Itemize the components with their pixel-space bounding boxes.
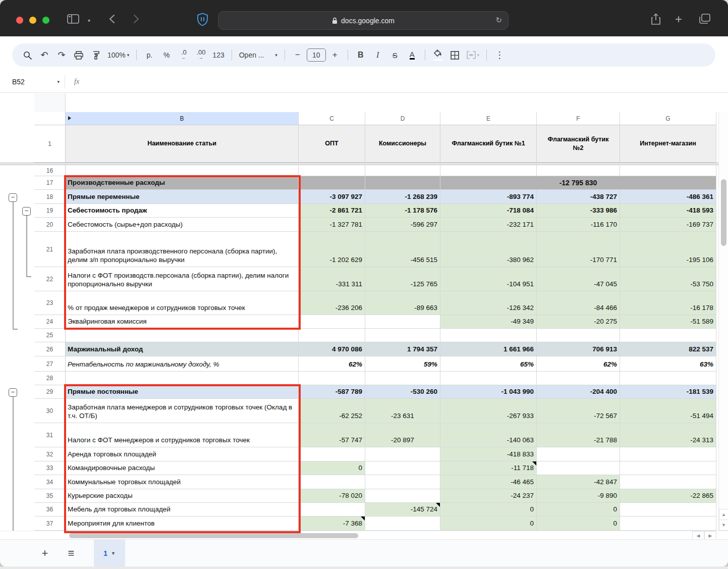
value-cell[interactable] [620, 503, 716, 516]
value-cell[interactable]: -126 342 [440, 291, 537, 315]
value-cell[interactable]: -1 268 239 [365, 190, 440, 204]
row-label-cell[interactable]: Маржинальный доход [66, 342, 299, 356]
share-button[interactable] [651, 13, 661, 25]
value-cell[interactable]: -24 313 [620, 423, 716, 447]
row-header-22[interactable]: 22 [34, 267, 66, 291]
column-header-B[interactable]: B [66, 112, 299, 125]
value-cell[interactable]: 1 661 966 [440, 342, 537, 356]
value-cell[interactable]: -718 084 [440, 204, 537, 218]
value-cell[interactable]: -418 833 [440, 447, 537, 461]
row-header-16[interactable]: 16 [34, 165, 66, 176]
value-cell[interactable]: -169 737 [620, 218, 716, 232]
row-header-30[interactable]: 30 [34, 399, 66, 423]
value-cell[interactable]: -51 494 [620, 399, 716, 423]
row-header-29[interactable]: 29 [34, 385, 66, 399]
undo-button[interactable]: ↶ [36, 47, 52, 63]
value-cell[interactable]: -380 962 [440, 232, 537, 267]
strikethrough-button[interactable]: S [387, 47, 403, 63]
value-cell[interactable] [365, 165, 440, 176]
value-cell[interactable]: 63% [620, 356, 716, 372]
column-header-E[interactable]: E [440, 112, 537, 125]
sidebar-toggle-button[interactable] [67, 14, 79, 24]
scroll-left-button[interactable]: ◀ [692, 531, 704, 540]
value-cell[interactable]: -1 178 576 [365, 204, 440, 218]
value-cell[interactable]: -3 097 927 [299, 190, 365, 204]
hidden-column-indicator-icon[interactable] [68, 116, 71, 120]
row-label-cell[interactable]: Командировочные расходы [66, 461, 299, 475]
value-cell[interactable]: -78 020 [299, 489, 365, 503]
row-header-1[interactable]: 1 [34, 125, 66, 163]
value-cell[interactable] [299, 329, 365, 342]
value-cell[interactable]: 1 794 357 [365, 342, 440, 356]
value-cell[interactable]: -116 170 [537, 218, 620, 232]
value-cell[interactable] [365, 176, 440, 190]
row-header-21[interactable]: 21 [34, 232, 66, 267]
value-cell[interactable]: -456 515 [365, 232, 440, 267]
value-cell[interactable] [365, 372, 440, 385]
value-cell[interactable]: -596 297 [365, 218, 440, 232]
row-label-cell[interactable] [66, 329, 299, 342]
value-cell[interactable] [620, 372, 716, 385]
value-cell[interactable]: -89 663 [365, 291, 440, 315]
value-cell[interactable]: -21 788 [537, 423, 620, 447]
collapse-group-button[interactable]: − [9, 193, 17, 202]
value-cell[interactable]: 65% [440, 356, 537, 372]
header-cell[interactable]: Флагманский бутик №1 [440, 125, 537, 163]
value-cell[interactable]: -486 361 [620, 190, 716, 204]
value-cell[interactable]: -46 465 [440, 475, 537, 489]
value-cell[interactable] [299, 165, 365, 176]
row-header-23[interactable]: 23 [34, 291, 66, 315]
row-header-37[interactable]: 37 [34, 516, 66, 531]
value-cell[interactable] [440, 329, 537, 342]
redo-button[interactable]: ↷ [53, 47, 70, 63]
header-cell[interactable]: Интернет-магазин [620, 125, 716, 163]
more-formats-button[interactable]: 123 [210, 47, 227, 63]
bold-button[interactable]: B [353, 47, 369, 63]
value-cell[interactable]: -893 774 [440, 190, 537, 204]
value-cell[interactable]: -57 747 [299, 423, 365, 447]
value-cell[interactable] [620, 447, 716, 461]
sheet-tab[interactable]: 1 ▼ [94, 540, 125, 567]
value-cell[interactable] [365, 447, 440, 461]
window-minimize-button[interactable] [29, 17, 36, 24]
value-cell[interactable] [299, 475, 365, 489]
format-currency-button[interactable]: р. [141, 47, 157, 63]
select-all-corner-cell[interactable] [34, 112, 66, 125]
value-cell[interactable] [537, 461, 620, 475]
add-sheet-button[interactable]: + [36, 547, 53, 560]
increase-font-size-button[interactable]: + [327, 47, 343, 63]
fill-color-button[interactable] [430, 47, 446, 63]
sidebar-chevron-icon[interactable]: ▾ [88, 18, 90, 23]
value-cell[interactable]: -84 466 [537, 291, 620, 315]
row-label-cell[interactable]: Заработная плата производственного персо… [66, 232, 299, 267]
decrease-decimal-button[interactable]: .0← [176, 47, 192, 63]
value-cell[interactable]: -232 171 [440, 218, 537, 232]
value-cell[interactable] [299, 503, 365, 516]
value-cell[interactable] [365, 516, 440, 531]
font-select[interactable]: Open ... ▾ [237, 47, 280, 63]
row-label-cell[interactable]: Себестомость (сырье+доп расходы) [66, 218, 299, 232]
horizontal-scrollbar[interactable]: ◀ ▶ [0, 531, 728, 539]
header-cell[interactable]: ОПТ [299, 125, 365, 163]
value-cell[interactable]: -16 178 [620, 291, 716, 315]
forward-button[interactable] [133, 14, 139, 24]
header-cell[interactable]: Наименование статьи [66, 125, 299, 163]
new-tab-button[interactable]: + [675, 15, 682, 24]
value-cell[interactable] [620, 329, 716, 342]
text-color-button[interactable]: A [404, 47, 420, 63]
value-cell[interactable] [365, 489, 440, 503]
value-cell[interactable]: -22 865 [620, 489, 716, 503]
value-cell[interactable]: -170 771 [537, 232, 620, 267]
row-label-cell[interactable]: Мебель для торговых площадей [66, 503, 299, 516]
collapse-group-button[interactable]: − [9, 388, 17, 397]
borders-button[interactable] [447, 47, 463, 63]
column-header-C[interactable]: C [299, 112, 365, 125]
value-cell[interactable] [299, 176, 365, 190]
row-header-31[interactable]: 31 [34, 423, 66, 447]
row-header-26[interactable]: 26 [34, 342, 66, 356]
value-cell[interactable]: -1 202 629 [299, 232, 365, 267]
print-button[interactable] [71, 47, 87, 63]
row-label-cell[interactable]: Аренда торговых площадей [66, 447, 299, 461]
column-header-F[interactable]: F [537, 112, 620, 125]
row-header-20[interactable]: 20 [34, 218, 66, 232]
